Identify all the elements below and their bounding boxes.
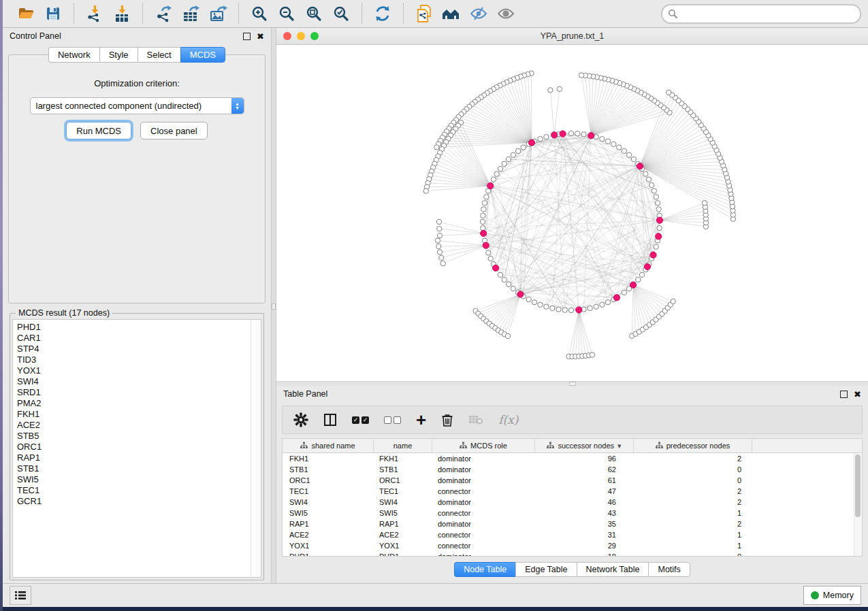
mcds-result-item[interactable]: STB1 [17, 463, 251, 474]
scrollbar-thumb[interactable] [855, 455, 861, 517]
mcds-result-item[interactable]: PHD1 [17, 322, 251, 333]
network-node[interactable] [600, 302, 605, 307]
show-column-panel-icon[interactable] [323, 413, 337, 427]
tab-node-table[interactable]: Node Table [454, 562, 515, 577]
network-node[interactable] [511, 152, 515, 157]
mcds-result-item[interactable]: YOX1 [17, 365, 251, 376]
network-node[interactable] [498, 272, 502, 277]
table-settings-icon[interactable] [293, 412, 308, 427]
network-node[interactable] [550, 306, 555, 310]
network-node[interactable] [484, 195, 489, 199]
network-hub-node[interactable] [483, 242, 489, 248]
network-satellite-node[interactable] [505, 333, 510, 338]
network-satellite-node[interactable] [436, 219, 441, 224]
network-node[interactable] [656, 207, 661, 212]
network-node[interactable] [617, 145, 622, 150]
search-field[interactable] [661, 4, 861, 24]
mcds-result-item[interactable]: CAR1 [17, 333, 251, 344]
network-hub-node[interactable] [644, 263, 650, 269]
network-node[interactable] [594, 304, 598, 309]
network-satellite-node[interactable] [439, 255, 444, 260]
table-row[interactable]: RAP1RAP1dominator352 [283, 518, 854, 529]
select-all-check-icon[interactable]: ✓✓ [352, 416, 369, 424]
mcds-result-item[interactable]: SRD1 [17, 387, 251, 398]
float-panel-icon[interactable] [840, 391, 848, 398]
zoom-selected-icon[interactable] [330, 3, 352, 24]
column-header-successor-nodes[interactable]: successor nodes▾ [535, 439, 634, 452]
network-node[interactable] [538, 136, 543, 141]
open-file-icon[interactable] [15, 3, 37, 24]
network-node[interactable] [526, 297, 531, 301]
network-node[interactable] [600, 136, 605, 141]
network-node[interactable] [581, 132, 586, 137]
mcds-list-scrollbar[interactable] [251, 320, 261, 577]
network-node[interactable] [622, 290, 626, 295]
deselect-all-check-icon[interactable] [384, 416, 401, 424]
table-row[interactable]: SWI4SWI4dominator462 [283, 497, 854, 508]
network-satellite-node[interactable] [434, 145, 439, 150]
network-node[interactable] [622, 148, 626, 153]
network-hub-node[interactable] [517, 291, 524, 297]
table-row[interactable]: YOX1YOX1connector291 [283, 540, 854, 551]
mcds-result-item[interactable]: RAP1 [17, 452, 251, 463]
network-satellite-node[interactable] [579, 73, 583, 78]
network-node[interactable] [491, 177, 496, 182]
network-node[interactable] [631, 156, 636, 161]
column-header-predecessor-nodes[interactable]: predecessor nodes [634, 439, 752, 452]
network-node[interactable] [588, 306, 592, 310]
network-node[interactable] [605, 300, 610, 305]
network-node[interactable] [575, 131, 580, 136]
run-mcds-button[interactable]: Run MCDS [66, 122, 131, 139]
network-satellite-node[interactable] [437, 233, 442, 238]
network-hub-node[interactable] [493, 265, 499, 271]
network-hub-node[interactable] [576, 307, 582, 313]
show-all-networks-icon[interactable] [440, 3, 462, 24]
splitter-handle[interactable] [569, 382, 576, 386]
network-node[interactable] [654, 244, 658, 249]
network-node[interactable] [498, 166, 502, 171]
network-node[interactable] [515, 148, 520, 153]
network-node[interactable] [481, 226, 485, 231]
network-hub-node[interactable] [481, 230, 487, 236]
network-hub-node[interactable] [487, 183, 494, 189]
mcds-result-item[interactable]: TEC1 [17, 485, 251, 496]
network-node[interactable] [502, 277, 507, 282]
tab-edge-table[interactable]: Edge Table [515, 562, 576, 577]
mcds-result-item[interactable]: GCR1 [17, 496, 251, 507]
mcds-result-item[interactable]: SWI5 [17, 474, 251, 485]
network-node[interactable] [481, 213, 485, 218]
mcds-result-item[interactable]: ACE2 [17, 420, 251, 431]
network-hub-node[interactable] [528, 139, 534, 146]
network-node[interactable] [652, 188, 656, 193]
network-hub-node[interactable] [650, 252, 656, 258]
tab-mcds[interactable]: MCDS [180, 47, 225, 63]
network-view[interactable] [276, 45, 868, 381]
criterion-select[interactable]: largest connected component (undirected)… [30, 97, 244, 114]
network-node[interactable] [646, 177, 651, 182]
column-header-name[interactable]: name [374, 439, 432, 452]
network-node[interactable] [511, 286, 515, 291]
close-panel-icon[interactable]: ✖ [854, 390, 861, 399]
network-hub-node[interactable] [656, 233, 662, 240]
table-row[interactable]: PHD1PHD1dominator180 [283, 551, 854, 556]
network-node[interactable] [544, 304, 549, 309]
table-row[interactable]: STB1STB1dominator620 [283, 464, 854, 475]
table-row[interactable]: ACE2ACE2connector311 [283, 529, 854, 540]
add-column-icon[interactable]: + [416, 413, 426, 427]
show-selected-icon[interactable] [495, 3, 517, 24]
network-node[interactable] [568, 308, 573, 312]
tab-select[interactable]: Select [138, 47, 180, 63]
network-hub-node[interactable] [613, 295, 620, 301]
memory-button[interactable]: Memory [803, 586, 861, 605]
mcds-result-item[interactable]: TID3 [17, 354, 251, 365]
zoom-in-icon[interactable] [248, 3, 270, 24]
search-input[interactable] [681, 8, 854, 19]
close-panel-button[interactable]: Close panel [140, 122, 208, 139]
network-node[interactable] [506, 282, 511, 286]
network-node[interactable] [482, 201, 487, 205]
network-node[interactable] [626, 152, 631, 157]
table-scrollbar[interactable] [854, 453, 862, 556]
float-panel-icon[interactable] [243, 33, 251, 40]
export-network-icon[interactable] [152, 3, 174, 24]
network-satellite-node[interactable] [557, 86, 562, 91]
